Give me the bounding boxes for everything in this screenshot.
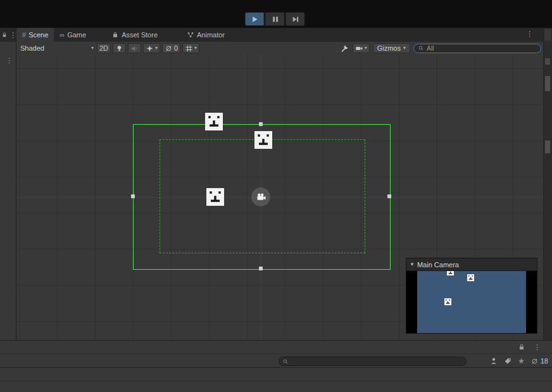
selection-handle-top[interactable] — [259, 122, 263, 126]
game-icon: ∞ — [60, 31, 65, 39]
sprite-object-preview — [467, 274, 474, 281]
scene-toolbar-right: ▾ Gizmos ▾ All — [341, 43, 541, 53]
camera-icon — [355, 44, 363, 53]
foldout-triangle-icon[interactable]: ▼ — [410, 262, 415, 267]
tab-overflow-menu-icon[interactable]: ⋮ — [526, 30, 533, 37]
scene-search-value: All — [427, 44, 434, 52]
panel-divider — [0, 381, 552, 381]
sprite-object[interactable] — [206, 188, 224, 206]
tab-scene[interactable]: # Scene — [16, 28, 54, 42]
lock-icon[interactable] — [1, 32, 8, 38]
effects-icon — [146, 44, 154, 53]
eye-slash-icon — [165, 44, 173, 53]
scene-lighting-button[interactable] — [113, 43, 126, 53]
scrollbar-thumb[interactable] — [545, 141, 550, 153]
search-icon — [282, 358, 289, 365]
pause-button[interactable] — [265, 12, 285, 26]
filter-by-type-icon[interactable] — [489, 357, 498, 365]
main-toolbar — [0, 0, 552, 28]
hidden-objects-button[interactable]: 0 — [162, 43, 180, 53]
scrollbar-arrow[interactable] — [545, 58, 550, 65]
grid-visibility-button[interactable]: ▾ — [182, 43, 199, 53]
camera-preview-header[interactable]: ▼ Main Camera — [406, 258, 537, 271]
tools-wrench-icon[interactable] — [341, 44, 349, 53]
speaker-icon — [130, 44, 139, 53]
scene-toolbar-left: Shaded ▾ 2D ▾ 0 ▾ — [19, 43, 199, 53]
kebab-menu-icon[interactable]: ⋮ — [9, 32, 16, 39]
view-tab-bar: # Scene ∞ Game Asset Store Animator ⋮ — [16, 28, 543, 42]
scene-audio-button[interactable] — [128, 43, 141, 53]
gizmos-label: Gizmos — [377, 44, 401, 52]
tab-label: Asset Store — [122, 31, 158, 39]
chevron-down-icon: ▾ — [365, 46, 367, 51]
search-icon — [418, 45, 424, 51]
selection-handle-right[interactable] — [387, 194, 391, 198]
chevron-down-icon: ▾ — [403, 46, 406, 51]
play-icon — [250, 15, 259, 23]
right-panel-edge — [543, 28, 552, 340]
step-icon — [291, 15, 299, 23]
unity-editor-window: ⋮ ⋮ # Scene ∞ Game Asset Store Animator … — [0, 0, 552, 392]
scene-search-field[interactable]: All — [413, 44, 541, 53]
selection-handle-left[interactable] — [131, 194, 135, 198]
left-panel-edge: ⋮ ⋮ — [0, 28, 16, 340]
tab-game[interactable]: ∞ Game — [54, 28, 92, 42]
sprite-object-preview — [447, 271, 454, 275]
filter-by-label-icon[interactable] — [504, 357, 512, 365]
animator-icon — [187, 31, 194, 39]
2d-toggle-button[interactable]: 2D — [97, 43, 111, 53]
hierarchy-search-field[interactable] — [279, 357, 467, 366]
kebab-menu-icon[interactable]: ⋮ — [6, 57, 13, 64]
left-panel-header: ⋮ — [0, 28, 16, 42]
save-search-star-icon[interactable]: ★ — [518, 357, 525, 365]
sprite-object[interactable] — [254, 131, 272, 149]
bottom-toolbar-icons: ★ 18 — [489, 356, 548, 366]
draw-mode-dropdown[interactable]: Shaded ▾ — [19, 44, 95, 52]
hidden-count: 18 — [541, 357, 548, 365]
tab-asset-store[interactable]: Asset Store — [106, 28, 163, 42]
asset-store-icon — [111, 31, 119, 39]
sprite-object[interactable] — [205, 113, 223, 130]
kebab-menu-icon[interactable]: ⋮ — [534, 344, 541, 351]
lock-icon[interactable] — [518, 343, 525, 351]
bottom-panel-toolbar: ★ 18 — [0, 355, 552, 367]
play-controls — [245, 12, 305, 26]
scrollbar-thumb[interactable] — [545, 76, 550, 91]
pause-icon — [270, 15, 279, 23]
chevron-down-icon: ▾ — [91, 46, 94, 51]
sprite-object-preview — [444, 298, 451, 305]
scene-camera-settings-button[interactable]: ▾ — [353, 43, 370, 53]
play-button[interactable] — [245, 12, 265, 26]
tab-label: Game — [67, 31, 86, 39]
main-camera-gizmo[interactable] — [251, 187, 270, 206]
docked-tab-stub[interactable] — [544, 29, 551, 41]
gizmos-dropdown-button[interactable]: Gizmos ▾ — [373, 43, 410, 53]
scene-visibility-eye-icon[interactable] — [530, 357, 539, 365]
bottom-panel-body — [0, 367, 552, 392]
scene-view[interactable]: ▼ Main Camera — [16, 54, 543, 340]
camera-preview-viewport — [406, 271, 537, 333]
chevron-down-icon: ▾ — [194, 46, 197, 51]
lightbulb-icon — [115, 44, 123, 53]
scene-grid-icon: # — [22, 31, 26, 39]
bottom-panel-header: ⋮ — [0, 340, 552, 354]
tab-label: Animator — [197, 31, 225, 39]
2d-label: 2D — [99, 44, 108, 52]
chevron-down-icon: ▾ — [155, 46, 158, 51]
draw-mode-label: Shaded — [20, 44, 44, 52]
hidden-objects-count: 0 — [174, 44, 178, 52]
scene-effects-button[interactable]: ▾ — [143, 43, 160, 53]
tab-label: Scene — [28, 31, 48, 39]
camera-preview-panel: ▼ Main Camera — [406, 258, 537, 334]
scene-view-toolbar: Shaded ▾ 2D ▾ 0 ▾ — [16, 42, 543, 55]
grid-icon — [185, 44, 193, 53]
tab-animator[interactable]: Animator — [181, 28, 230, 42]
selection-handle-bottom[interactable] — [259, 267, 263, 270]
camera-preview-title: Main Camera — [417, 261, 459, 269]
step-button[interactable] — [285, 12, 305, 26]
video-camera-icon — [256, 192, 267, 203]
